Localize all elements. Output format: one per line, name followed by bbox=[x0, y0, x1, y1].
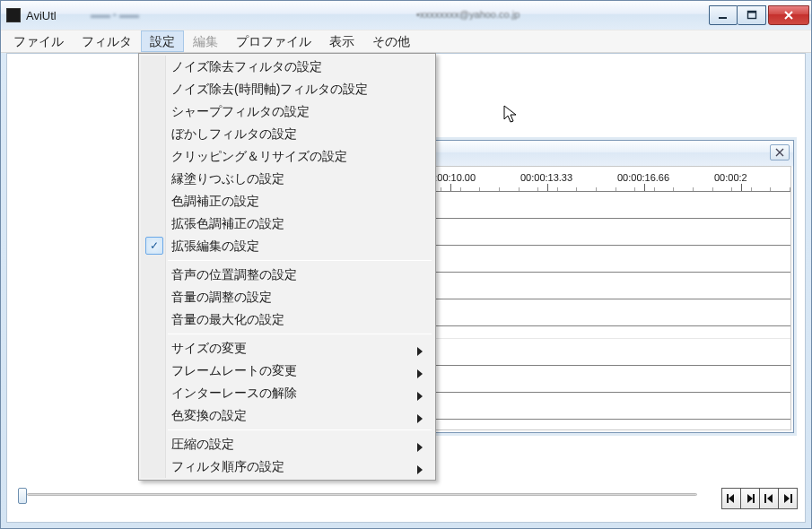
dropdown-item[interactable]: 色変換の設定 bbox=[141, 404, 433, 427]
dropdown-item-label: 色調補正の設定 bbox=[171, 194, 259, 210]
dropdown-item-label: フレームレートの変更 bbox=[171, 363, 297, 379]
close-button[interactable] bbox=[768, 5, 809, 25]
slider-track bbox=[27, 493, 697, 496]
ruler-tick-minor bbox=[731, 187, 732, 191]
dropdown-separator bbox=[168, 260, 432, 261]
go-end-button[interactable] bbox=[778, 488, 798, 509]
dropdown-item-label: 拡張色調補正の設定 bbox=[171, 216, 284, 232]
dropdown-item-label: インターレースの解除 bbox=[171, 386, 297, 402]
submenu-arrow-icon bbox=[417, 412, 423, 426]
dropdown-item[interactable]: クリッピング＆リサイズの設定 bbox=[141, 145, 433, 168]
dropdown-item[interactable]: フィルタ順序の設定 bbox=[141, 455, 433, 478]
nav-buttons bbox=[722, 488, 798, 509]
dropdown-item-label: 拡張編集の設定 bbox=[171, 238, 259, 255]
dropdown-item-label: ノイズ除去(時間軸)フィルタの設定 bbox=[171, 82, 368, 98]
svg-rect-2 bbox=[747, 12, 755, 13]
dropdown-item[interactable]: 拡張編集の設定✓ bbox=[141, 235, 433, 257]
ruler-tick-minor bbox=[479, 187, 480, 191]
dropdown-item-label: 音量の調整の設定 bbox=[171, 290, 272, 306]
dropdown-item-label: 色変換の設定 bbox=[171, 408, 247, 424]
dropdown-item-label: ノイズ除去フィルタの設定 bbox=[171, 59, 322, 75]
dropdown-item-label: 音量の最大化の設定 bbox=[171, 312, 284, 328]
menu-item-3: 編集 bbox=[184, 30, 227, 52]
dropdown-item[interactable]: 色調補正の設定 bbox=[141, 190, 433, 212]
ruler-tick-minor bbox=[596, 187, 597, 191]
titlebar[interactable]: AviUtl ▬▬ ▪ ▬▬ •xxxxxxxx@yahoo.co.jp bbox=[1, 1, 811, 30]
dropdown-item[interactable]: ぼかしフィルタの設定 bbox=[141, 123, 433, 145]
dropdown-item-label: 縁塗りつぶしの設定 bbox=[171, 171, 284, 187]
ruler-tick-minor bbox=[519, 187, 520, 191]
ruler-tick-major bbox=[547, 184, 548, 191]
menu-item-6[interactable]: その他 bbox=[363, 30, 419, 52]
ruler-tick-label: 00:00:2 bbox=[714, 172, 747, 183]
menu-item-0[interactable]: ファイル bbox=[4, 30, 73, 52]
ruler-tick-minor bbox=[557, 187, 558, 191]
dropdown-item-label: クリッピング＆リサイズの設定 bbox=[171, 149, 347, 165]
prev-frame-button[interactable] bbox=[721, 488, 741, 509]
dropdown-item-label: シャープフィルタの設定 bbox=[171, 104, 310, 120]
menubar: ファイルフィルタ設定編集プロファイル表示その他 bbox=[1, 30, 811, 53]
dropdown-item[interactable]: シャープフィルタの設定 bbox=[141, 100, 433, 123]
dropdown-item[interactable]: 音量の最大化の設定 bbox=[141, 308, 433, 331]
menu-item-4[interactable]: プロファイル bbox=[227, 30, 320, 52]
dropdown-item-label: 音声の位置調整の設定 bbox=[171, 267, 297, 283]
submenu-arrow-icon bbox=[417, 440, 423, 455]
ruler-tick-minor bbox=[751, 187, 752, 191]
dropdown-item[interactable]: フレームレートの変更 bbox=[141, 360, 433, 382]
svg-rect-4 bbox=[753, 494, 755, 503]
dropdown-item[interactable]: 圧縮の設定 bbox=[141, 433, 433, 455]
ruler-tick-minor bbox=[634, 187, 635, 191]
ruler-tick-major bbox=[450, 184, 451, 191]
ruler-tick-major bbox=[741, 184, 742, 191]
dropdown-item[interactable]: 拡張色調補正の設定 bbox=[141, 212, 433, 235]
ruler-tick-minor bbox=[693, 187, 694, 191]
submenu-arrow-icon bbox=[417, 367, 423, 381]
ruler-tick-minor bbox=[673, 187, 674, 191]
settings-dropdown: ノイズ除去フィルタの設定ノイズ除去(時間軸)フィルタの設定シャープフィルタの設定… bbox=[138, 53, 436, 481]
menu-item-1[interactable]: フィルタ bbox=[73, 30, 141, 52]
dropdown-item-label: サイズの変更 bbox=[171, 341, 247, 357]
dropdown-item[interactable]: ノイズ除去フィルタの設定 bbox=[141, 56, 433, 78]
dropdown-item[interactable]: 音量の調整の設定 bbox=[141, 286, 433, 308]
ruler-tick-minor bbox=[770, 187, 771, 191]
seek-slider[interactable] bbox=[18, 486, 706, 504]
main-window: AviUtl ▬▬ ▪ ▬▬ •xxxxxxxx@yahoo.co.jp ファイ… bbox=[0, 0, 812, 529]
menu-item-5[interactable]: 表示 bbox=[320, 30, 363, 52]
dropdown-item[interactable]: 縁塗りつぶしの設定 bbox=[141, 168, 433, 190]
minimize-button[interactable] bbox=[709, 5, 738, 25]
ruler-tick-minor bbox=[654, 187, 655, 191]
timeline-close-button[interactable] bbox=[770, 144, 790, 160]
ruler-tick-label: 00:00:13.33 bbox=[520, 172, 572, 183]
slider-thumb[interactable] bbox=[18, 488, 27, 504]
dropdown-item-label: ぼかしフィルタの設定 bbox=[171, 126, 297, 143]
app-icon bbox=[6, 8, 21, 22]
next-frame-button[interactable] bbox=[740, 488, 760, 509]
dropdown-item-label: 圧縮の設定 bbox=[171, 437, 234, 453]
ruler-tick-minor bbox=[576, 187, 577, 191]
submenu-arrow-icon bbox=[417, 463, 423, 477]
svg-rect-3 bbox=[727, 494, 729, 503]
window-buttons bbox=[709, 5, 809, 25]
ruler-tick-label: 00:00:16.66 bbox=[617, 172, 669, 183]
ruler-tick-minor bbox=[537, 187, 538, 191]
dropdown-item-label: フィルタ順序の設定 bbox=[171, 459, 284, 475]
ruler-tick-major bbox=[644, 184, 645, 191]
ruler-tick-minor bbox=[616, 187, 616, 191]
svg-rect-0 bbox=[719, 17, 727, 19]
svg-rect-6 bbox=[790, 494, 792, 503]
submenu-arrow-icon bbox=[417, 389, 423, 403]
submenu-arrow-icon bbox=[417, 344, 423, 359]
cursor-icon bbox=[503, 105, 520, 128]
dropdown-item[interactable]: インターレースの解除 bbox=[141, 382, 433, 404]
svg-rect-5 bbox=[764, 494, 766, 503]
maximize-button[interactable] bbox=[738, 5, 766, 25]
dropdown-item[interactable]: ノイズ除去(時間軸)フィルタの設定 bbox=[141, 78, 433, 100]
dropdown-item[interactable]: サイズの変更 bbox=[141, 337, 433, 360]
ruler-tick-minor bbox=[790, 187, 790, 191]
go-start-button[interactable] bbox=[759, 488, 779, 509]
dropdown-separator bbox=[168, 334, 432, 334]
dropdown-item[interactable]: 音声の位置調整の設定 bbox=[141, 264, 433, 286]
menu-item-2[interactable]: 設定 bbox=[141, 30, 184, 52]
window-title: AviUtl bbox=[26, 9, 57, 22]
ruler-tick-minor bbox=[499, 187, 500, 191]
